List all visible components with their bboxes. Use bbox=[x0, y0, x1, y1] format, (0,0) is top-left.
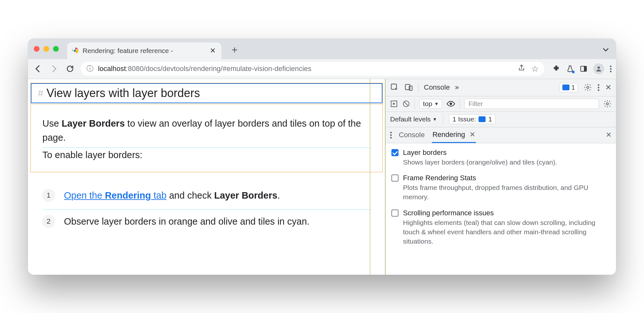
drawer-tab-console[interactable]: Console bbox=[398, 128, 425, 142]
tab-strip: Rendering: feature reference - ✕ ＋ bbox=[28, 39, 616, 59]
svg-point-4 bbox=[597, 67, 600, 69]
option-description: Plots frame throughput, dropped frames d… bbox=[403, 183, 610, 202]
url-text: localhost:8080/docs/devtools/rendering/#… bbox=[98, 65, 311, 73]
more-tabs-icon[interactable]: » bbox=[455, 83, 459, 92]
list-item: 1 Open the Rendering tab and check Layer… bbox=[42, 184, 371, 207]
list-item: 2 Observe layer borders in orange and ol… bbox=[42, 210, 371, 233]
console-tab[interactable]: Console bbox=[424, 83, 450, 92]
close-drawer-button[interactable]: ✕ bbox=[606, 131, 612, 139]
devtools-close-button[interactable]: ✕ bbox=[605, 83, 612, 92]
step-number: 2 bbox=[42, 215, 55, 228]
page-heading: # View layers with layer borders bbox=[31, 83, 382, 103]
close-window-button[interactable] bbox=[34, 46, 40, 52]
reload-button[interactable] bbox=[65, 63, 76, 74]
layer-border-olive-guides bbox=[370, 79, 385, 275]
log-levels-selector[interactable]: Default levels ▼ bbox=[390, 115, 437, 123]
settings-gear-icon[interactable] bbox=[584, 83, 592, 92]
content-area: # View layers with layer borders Use Lay… bbox=[28, 79, 616, 275]
chrome-menu-button[interactable] bbox=[610, 66, 612, 72]
rendering-option-frame-stats[interactable]: Frame Rendering Stats Plots frame throug… bbox=[391, 174, 610, 202]
tab-title: Rendering: feature reference - bbox=[83, 47, 206, 55]
context-selector[interactable]: top ▼ bbox=[419, 99, 442, 109]
minimize-window-button[interactable] bbox=[43, 46, 49, 52]
heading-anchor-hash[interactable]: # bbox=[38, 88, 43, 99]
drawer-menu-button[interactable] bbox=[390, 132, 392, 139]
address-bar[interactable]: ⓘ localhost:8080/docs/devtools/rendering… bbox=[81, 62, 544, 76]
devtools-panel: Console » 1 ✕ top ▼ Filter bbox=[386, 79, 616, 275]
checkbox-frame-stats[interactable] bbox=[391, 174, 398, 182]
svg-point-11 bbox=[450, 103, 452, 105]
device-toolbar-icon[interactable] bbox=[404, 83, 413, 92]
console-settings-gear-icon[interactable] bbox=[603, 100, 612, 108]
forward-button[interactable] bbox=[49, 63, 59, 74]
option-title: Frame Rendering Stats bbox=[403, 174, 610, 182]
open-rendering-tab-link[interactable]: Open the Rendering tab bbox=[64, 190, 166, 201]
labs-icon[interactable] bbox=[566, 65, 574, 73]
option-title: Layer borders bbox=[403, 148, 557, 157]
console-toolbar: top ▼ Filter bbox=[386, 96, 616, 112]
devtools-main-tabs: Console » 1 ✕ bbox=[386, 79, 616, 96]
step-1-text: Open the Rendering tab and check Layer B… bbox=[64, 190, 280, 201]
issues-button[interactable]: 1 Issue: 1 bbox=[449, 114, 496, 124]
share-icon[interactable] bbox=[518, 64, 525, 72]
webpage-viewport: # View layers with layer borders Use Lay… bbox=[28, 79, 386, 275]
browser-tab[interactable]: Rendering: feature reference - ✕ bbox=[67, 42, 221, 59]
option-description: Shows layer borders (orange/olive) and t… bbox=[403, 157, 557, 167]
messages-badge[interactable]: 1 bbox=[559, 83, 578, 92]
drawer-tabs: Console Rendering ✕ ✕ bbox=[386, 127, 616, 143]
checkbox-scroll-perf[interactable] bbox=[391, 210, 398, 217]
paragraph-2: To enable layer borders: bbox=[42, 148, 371, 162]
profile-avatar-button[interactable] bbox=[593, 63, 604, 74]
browser-window: Rendering: feature reference - ✕ ＋ ⓘ loc… bbox=[28, 39, 616, 275]
drawer-tab-rendering[interactable]: Rendering ✕ bbox=[432, 127, 476, 143]
devtools-menu-button[interactable] bbox=[598, 84, 599, 91]
close-rendering-tab-icon[interactable]: ✕ bbox=[470, 130, 475, 139]
maximize-window-button[interactable] bbox=[53, 46, 59, 52]
new-tab-button[interactable]: ＋ bbox=[227, 41, 243, 58]
svg-rect-3 bbox=[584, 66, 586, 71]
step-2-text: Observe layer borders in orange and oliv… bbox=[64, 216, 309, 227]
option-title: Scrolling performance issues bbox=[403, 209, 610, 217]
tabs-dropdown-icon[interactable] bbox=[601, 45, 610, 54]
extensions-icon[interactable] bbox=[552, 65, 560, 73]
svg-point-12 bbox=[606, 103, 609, 105]
checkbox-layer-borders[interactable] bbox=[391, 149, 398, 156]
live-expression-eye-icon[interactable] bbox=[447, 101, 455, 107]
tab-favicon-chrome bbox=[72, 47, 79, 54]
paragraph-1: Use Layer Borders to view an overlay of … bbox=[42, 116, 371, 145]
rendering-option-scroll-perf[interactable]: Scrolling performance issues Highlights … bbox=[391, 209, 610, 246]
inspect-element-icon[interactable] bbox=[390, 83, 399, 92]
rendering-panel: Layer borders Shows layer borders (orang… bbox=[386, 143, 616, 275]
tab-close-button[interactable]: ✕ bbox=[210, 47, 216, 55]
clear-console-icon[interactable] bbox=[402, 100, 410, 108]
console-filter-input[interactable]: Filter bbox=[464, 99, 599, 109]
bookmark-star-icon[interactable]: ☆ bbox=[531, 64, 539, 74]
toolbar: ⓘ localhost:8080/docs/devtools/rendering… bbox=[28, 59, 616, 79]
option-description: Highlights elements (teal) that can slow… bbox=[403, 218, 610, 246]
window-controls bbox=[34, 46, 59, 52]
site-info-icon[interactable]: ⓘ bbox=[86, 64, 94, 74]
back-button[interactable] bbox=[32, 63, 43, 74]
side-panel-icon[interactable] bbox=[580, 65, 587, 73]
svg-point-8 bbox=[587, 86, 589, 89]
step-number: 1 bbox=[42, 189, 55, 202]
message-icon bbox=[562, 85, 569, 90]
rendering-option-layer-borders[interactable]: Layer borders Shows layer borders (orang… bbox=[391, 148, 610, 167]
execution-play-icon[interactable] bbox=[390, 100, 398, 108]
console-status-bar: Default levels ▼ 1 Issue: 1 bbox=[386, 112, 616, 127]
message-icon bbox=[479, 116, 486, 122]
heading-text: View layers with layer borders bbox=[47, 86, 200, 100]
